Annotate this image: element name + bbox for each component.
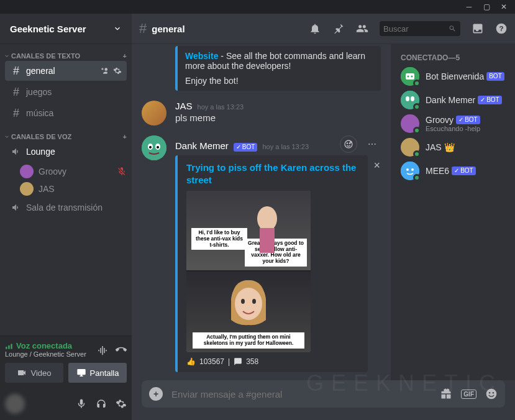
comment-icon	[234, 357, 242, 366]
avatar[interactable]	[142, 101, 166, 126]
member-mee6[interactable]: MEE6 ✓ BOT	[396, 159, 510, 183]
close-button[interactable]: ✕	[495, 0, 513, 14]
svg-rect-14	[260, 228, 275, 253]
member-jas[interactable]: JAS 👑	[396, 135, 510, 159]
chevron-down-icon	[4, 134, 10, 140]
voice-user-jas[interactable]: JAS	[0, 180, 132, 198]
message-author[interactable]: Dank Memer	[175, 140, 229, 151]
avatar	[401, 114, 419, 133]
member-dank-memer[interactable]: Dank Memer ✓ BOT	[396, 88, 510, 112]
minimize-button[interactable]: ─	[460, 0, 478, 14]
search-input[interactable]	[383, 24, 449, 34]
svg-rect-2	[11, 344, 12, 349]
svg-point-25	[411, 96, 414, 101]
channel-transmision[interactable]: Sala de transmisión	[5, 198, 127, 217]
bot-tag: ✓ BOT	[452, 167, 476, 175]
text-channels-category[interactable]: Canales de texto +	[0, 48, 132, 61]
close-embed-icon[interactable]: ×	[373, 159, 380, 172]
channel-sidebar: Geeknetic Server Canales de texto + # ge…	[0, 14, 132, 420]
channel-juegos[interactable]: # juegos	[5, 82, 127, 102]
channel-musica[interactable]: # música	[5, 103, 127, 123]
invite-icon[interactable]	[101, 66, 109, 75]
svg-point-18	[252, 299, 256, 304]
channel-lounge[interactable]: Lounge	[5, 142, 127, 162]
user-panel	[0, 388, 132, 420]
screen-icon	[76, 368, 86, 378]
channel-label: juegos	[26, 87, 52, 97]
hash-icon: #	[10, 107, 22, 120]
hash-icon: #	[139, 21, 147, 37]
add-channel-icon[interactable]: +	[123, 133, 127, 140]
self-avatar[interactable]	[5, 394, 25, 414]
help-icon[interactable]: ?	[495, 22, 508, 35]
members-icon[interactable]	[356, 22, 368, 35]
settings-icon[interactable]	[116, 398, 127, 409]
message-list: Website - See all the bot commands and l…	[132, 43, 391, 380]
video-button[interactable]: Video	[5, 363, 63, 383]
meme-image[interactable]: Hi, I'd like to buy these anti-vax kids …	[186, 191, 311, 352]
emoji-icon[interactable]	[485, 388, 498, 400]
more-button[interactable]: ⋯	[363, 135, 381, 153]
message-input[interactable]	[171, 389, 431, 399]
mute-icon[interactable]	[76, 398, 87, 409]
members-list: Conectado—5 Bot Bienvenida BOT	[391, 43, 515, 380]
gear-icon[interactable]	[113, 66, 122, 75]
server-header[interactable]: Geeknetic Server	[0, 14, 132, 43]
svg-point-30	[489, 392, 491, 394]
gift-icon[interactable]	[440, 388, 452, 400]
meme-embed: × Trying to piss off the Karen across th…	[175, 155, 368, 372]
avatar	[401, 138, 419, 157]
disconnect-icon[interactable]	[116, 344, 127, 355]
svg-point-22	[411, 76, 413, 78]
voice-channels-category[interactable]: Canales de voz +	[0, 129, 132, 142]
svg-text:?: ?	[499, 24, 503, 32]
message-author[interactable]: JAS	[175, 101, 193, 111]
svg-point-8	[149, 146, 152, 148]
avatar	[20, 182, 34, 196]
member-groovy[interactable]: Groovy ✓ BOT Escuchando -help	[396, 112, 510, 135]
message-dank-memer: Dank Memer ✓ BOT hoy a las 13:23 ⋯	[142, 135, 381, 372]
pinned-icon[interactable]	[332, 22, 345, 35]
screen-share-button[interactable]: Pantalla	[68, 363, 127, 383]
hash-icon: #	[10, 65, 22, 78]
channel-label: Lounge	[26, 147, 55, 157]
attach-button[interactable]: +	[149, 387, 163, 401]
svg-point-16	[235, 288, 262, 320]
voice-connected-panel: Voz conectada Lounge / Geeknetic Server	[0, 336, 132, 388]
embed-link[interactable]: Website	[185, 51, 218, 61]
embed-previous: Website - See all the bot commands and l…	[175, 46, 381, 91]
svg-point-13	[257, 206, 277, 231]
svg-point-17	[241, 299, 245, 304]
member-bot-bienvenida[interactable]: Bot Bienvenida BOT	[396, 65, 510, 88]
noise-suppression-icon[interactable]	[97, 344, 108, 355]
voice-path: Lounge / Geeknetic Server	[5, 350, 86, 358]
notifications-icon[interactable]	[309, 22, 321, 35]
chevron-down-icon	[4, 53, 10, 59]
svg-point-29	[486, 389, 497, 399]
svg-point-9	[157, 146, 159, 148]
channel-label: Sala de transmisión	[26, 203, 103, 212]
voice-status-text: Voz conectada	[5, 341, 86, 350]
avatar[interactable]	[142, 135, 166, 160]
message-input-bar: + GIF	[132, 380, 515, 420]
embed-title[interactable]: Trying to piss off the Karen across the …	[186, 162, 359, 186]
gif-button[interactable]: GIF	[461, 390, 476, 399]
server-name: Geeknetic Server	[10, 24, 86, 34]
svg-point-31	[493, 392, 494, 394]
inbox-icon[interactable]	[472, 22, 484, 35]
muted-icon	[117, 167, 127, 176]
svg-point-5	[142, 135, 166, 160]
bot-tag: ✓ BOT	[234, 143, 258, 152]
svg-point-28	[411, 168, 414, 171]
search-box[interactable]	[380, 21, 460, 36]
channel-title: general	[152, 24, 185, 34]
message-text: pls meme	[175, 112, 381, 123]
maximize-button[interactable]: ▢	[478, 0, 495, 14]
add-channel-icon[interactable]: +	[123, 52, 127, 60]
channel-general[interactable]: # general	[5, 61, 127, 81]
deafen-icon[interactable]	[96, 398, 107, 409]
add-reaction-button[interactable]	[340, 135, 357, 153]
voice-user-groovy[interactable]: Groovy	[0, 163, 132, 180]
avatar	[20, 165, 34, 178]
embed-footer: 👍103567 | 358	[186, 357, 359, 366]
